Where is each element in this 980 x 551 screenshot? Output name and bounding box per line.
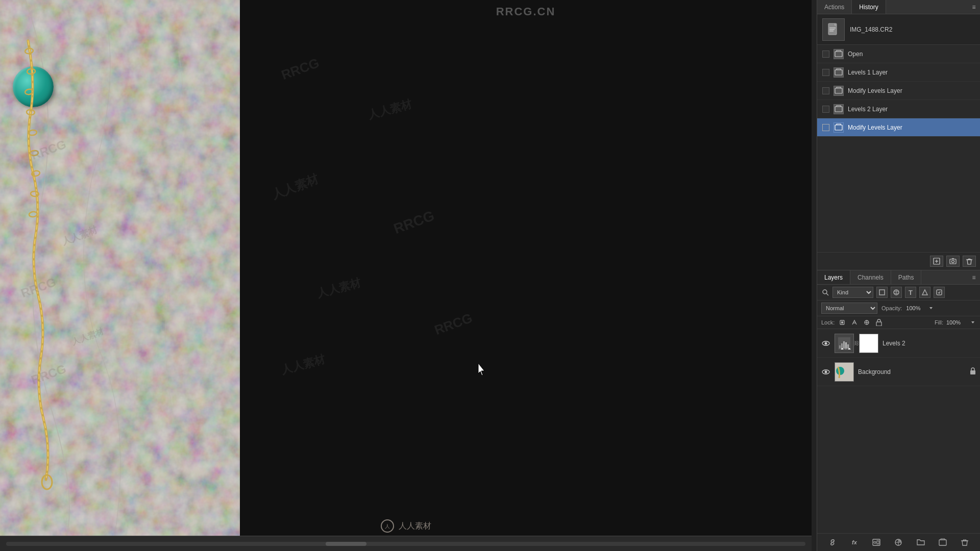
- layer-new-btn[interactable]: [937, 537, 949, 548]
- move-cursor: [472, 362, 487, 380]
- history-delete-btn[interactable]: [963, 256, 976, 267]
- svg-rect-18: [835, 52, 842, 57]
- lock-label: Lock:: [821, 319, 835, 325]
- layer-delete-btn[interactable]: [959, 537, 971, 548]
- history-item-open[interactable]: Open: [817, 45, 980, 63]
- blend-opacity-row: Normal Multiply Screen Overlay Opacity: …: [817, 300, 980, 316]
- layer-eye-levels2[interactable]: [821, 339, 830, 348]
- filter-search-icon: [821, 288, 829, 296]
- lock-pixels-btn[interactable]: [838, 318, 847, 327]
- history-icon-modify1: [834, 86, 844, 96]
- history-item-levels2[interactable]: Levels 2 Layer: [817, 100, 980, 118]
- history-items-list: Open Levels 1 Layer Modify Levels Layer: [817, 45, 980, 252]
- levels2-mask-thumb: [859, 334, 878, 353]
- wm-dark-2: 人人素材: [366, 96, 414, 123]
- history-item-modify1[interactable]: Modify Levels Layer: [817, 82, 980, 100]
- history-file-thumb: [822, 18, 845, 41]
- lock-all-btn[interactable]: [874, 318, 884, 327]
- history-item-modify2[interactable]: Modify Levels Layer: [817, 118, 980, 137]
- history-checkbox-modify2[interactable]: [822, 124, 829, 131]
- svg-rect-51: [847, 344, 849, 348]
- svg-marker-43: [971, 321, 974, 323]
- tab-channels[interactable]: Channels: [850, 270, 891, 284]
- svg-rect-50: [845, 342, 847, 348]
- svg-rect-63: [877, 541, 879, 544]
- history-item-levels1[interactable]: Levels 1 Layer: [817, 63, 980, 82]
- fill-value: 100%: [946, 319, 967, 325]
- svg-rect-22: [835, 125, 842, 130]
- filter-kind-select[interactable]: Kind: [832, 287, 873, 298]
- tab-layers[interactable]: Layers: [817, 270, 850, 284]
- layer-item-levels2[interactable]: ⛓ Levels 2: [817, 329, 980, 358]
- wm-dark-5: 人人素材: [315, 275, 363, 302]
- layer-name-levels2: Levels 2: [883, 340, 976, 347]
- history-file-name: IMG_1488.CR2: [850, 26, 892, 33]
- canvas-bottom-bar: [0, 536, 812, 551]
- filter-smart-btn[interactable]: [934, 287, 945, 298]
- svg-line-30: [826, 293, 828, 295]
- history-checkbox-open[interactable]: [822, 51, 829, 58]
- layer-chain-levels2: ⛓: [855, 334, 858, 353]
- tab-actions[interactable]: Actions: [817, 0, 852, 14]
- svg-point-7: [30, 151, 39, 156]
- layer-adj-btn[interactable]: [892, 537, 904, 548]
- layer-item-background[interactable]: Background: [817, 358, 980, 386]
- layer-link-btn[interactable]: [826, 537, 839, 548]
- filter-shape-btn[interactable]: [919, 287, 930, 298]
- svg-point-29: [823, 290, 827, 294]
- opacity-label: Opacity:: [881, 305, 902, 311]
- panel-separator: [812, 0, 817, 551]
- layers-panel: Layers Channels Paths ≡ Kind T: [817, 270, 980, 551]
- lock-position-btn[interactable]: [862, 318, 871, 327]
- horizontal-scrollbar[interactable]: [6, 542, 805, 546]
- svg-rect-37: [841, 321, 843, 323]
- history-panel-menu[interactable]: ≡: [968, 0, 980, 14]
- history-label-modify1: Modify Levels Layer: [848, 87, 975, 94]
- history-bottom-buttons: [817, 252, 980, 270]
- layer-thumbs-levels2: ⛓: [835, 334, 878, 353]
- fill-dropdown-icon[interactable]: [970, 319, 976, 325]
- wm-dark-1: RRCG: [279, 55, 322, 83]
- layer-fx-btn[interactable]: fx: [848, 537, 861, 548]
- opacity-dropdown-icon[interactable]: [928, 305, 934, 311]
- layers-list: ⛓ Levels 2 Background: [817, 329, 980, 533]
- history-label-levels1: Levels 1 Layer: [848, 69, 975, 76]
- scroll-thumb[interactable]: [326, 542, 366, 546]
- layer-group-btn[interactable]: [915, 537, 927, 548]
- layers-tabs: Layers Channels Paths ≡: [817, 270, 980, 285]
- svg-rect-17: [829, 31, 834, 32]
- svg-point-45: [825, 342, 827, 344]
- tab-paths[interactable]: Paths: [891, 270, 922, 284]
- svg-marker-35: [929, 307, 933, 309]
- svg-rect-59: [970, 370, 975, 374]
- layer-lock-icon: [970, 367, 976, 376]
- filter-pixel-btn[interactable]: [876, 287, 888, 298]
- opacity-value: 100%: [906, 305, 924, 311]
- svg-marker-33: [922, 290, 927, 295]
- history-camera-btn[interactable]: [946, 256, 960, 267]
- background-thumb: [835, 362, 854, 382]
- svg-point-62: [874, 541, 876, 543]
- svg-rect-42: [876, 322, 881, 326]
- layers-panel-menu[interactable]: ≡: [968, 270, 980, 284]
- wm-dark-4: RRCG: [391, 208, 436, 237]
- layer-eye-background[interactable]: [821, 367, 830, 377]
- svg-rect-48: [841, 343, 843, 348]
- blend-mode-select[interactable]: Normal Multiply Screen Overlay: [821, 303, 877, 314]
- filter-text-btn[interactable]: T: [905, 287, 916, 298]
- history-icon-modify2: [834, 122, 844, 133]
- history-checkbox-modify1[interactable]: [822, 87, 829, 94]
- lock-paint-btn[interactable]: [850, 318, 859, 327]
- history-checkbox-levels1[interactable]: [822, 69, 829, 76]
- canvas-dark: RRCG.CN RRCG 人人素材 人人素材 RRCG 人人素材 RRCG 人人…: [240, 0, 812, 551]
- history-new-snapshot-btn[interactable]: [930, 256, 943, 267]
- svg-rect-20: [835, 88, 842, 93]
- layer-mask-btn[interactable]: [870, 537, 883, 548]
- history-checkbox-levels2[interactable]: [822, 106, 829, 113]
- filter-adj-btn[interactable]: [891, 287, 902, 298]
- wm-dark-6: RRCG: [432, 310, 475, 338]
- dark-watermark-top: RRCG.CN: [496, 5, 556, 18]
- svg-point-27: [952, 260, 954, 263]
- tab-history[interactable]: History: [852, 0, 886, 14]
- layer-bottom-buttons: fx: [817, 533, 980, 551]
